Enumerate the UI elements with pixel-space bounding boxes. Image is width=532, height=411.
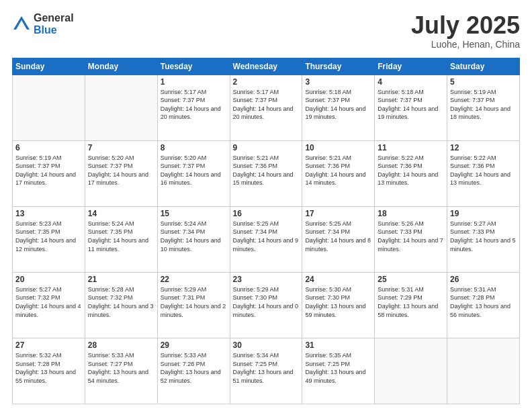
calendar-week-row: 20Sunrise: 5:27 AM Sunset: 7:32 PM Dayli… [13, 272, 520, 338]
calendar-week-row: 27Sunrise: 5:32 AM Sunset: 7:28 PM Dayli… [13, 338, 520, 404]
day-info: Sunrise: 5:25 AM Sunset: 7:34 PM Dayligh… [305, 220, 371, 253]
calendar-cell: 9Sunrise: 5:21 AM Sunset: 7:36 PM Daylig… [230, 140, 302, 206]
calendar-cell: 1Sunrise: 5:17 AM Sunset: 7:37 PM Daylig… [157, 75, 230, 140]
day-info: Sunrise: 5:18 AM Sunset: 7:37 PM Dayligh… [378, 88, 444, 122]
day-number: 24 [305, 275, 371, 284]
day-number: 27 [15, 340, 82, 350]
calendar-week-row: 1Sunrise: 5:17 AM Sunset: 7:37 PM Daylig… [13, 75, 520, 140]
calendar-cell: 13Sunrise: 5:23 AM Sunset: 7:35 PM Dayli… [13, 206, 85, 272]
calendar-page: General Blue July 2025 Luohe, Henan, Chi… [0, 0, 532, 411]
day-info: Sunrise: 5:28 AM Sunset: 7:32 PM Dayligh… [88, 285, 154, 319]
calendar-cell: 4Sunrise: 5:18 AM Sunset: 7:37 PM Daylig… [375, 75, 447, 140]
calendar-cell: 30Sunrise: 5:34 AM Sunset: 7:25 PM Dayli… [230, 338, 302, 404]
title-block: July 2025 Luohe, Henan, China [411, 12, 520, 50]
day-number: 22 [161, 275, 227, 284]
day-number: 2 [233, 77, 300, 87]
day-number: 20 [15, 275, 82, 284]
calendar-cell: 31Sunrise: 5:35 AM Sunset: 7:25 PM Dayli… [302, 338, 375, 404]
calendar-cell: 15Sunrise: 5:24 AM Sunset: 7:34 PM Dayli… [157, 206, 230, 272]
day-number: 18 [378, 209, 444, 218]
day-number: 23 [233, 275, 300, 284]
day-info: Sunrise: 5:23 AM Sunset: 7:35 PM Dayligh… [15, 220, 82, 253]
calendar-week-row: 13Sunrise: 5:23 AM Sunset: 7:35 PM Dayli… [13, 206, 520, 272]
weekday-header: Friday [375, 58, 447, 75]
day-info: Sunrise: 5:20 AM Sunset: 7:37 PM Dayligh… [88, 154, 154, 187]
calendar-cell [375, 338, 447, 404]
day-info: Sunrise: 5:22 AM Sunset: 7:36 PM Dayligh… [378, 154, 444, 187]
day-info: Sunrise: 5:31 AM Sunset: 7:28 PM Dayligh… [450, 285, 517, 319]
day-number: 21 [88, 275, 154, 284]
day-info: Sunrise: 5:22 AM Sunset: 7:36 PM Dayligh… [450, 154, 517, 187]
calendar-cell: 23Sunrise: 5:29 AM Sunset: 7:30 PM Dayli… [230, 272, 302, 338]
logo-icon [12, 15, 31, 34]
calendar-cell: 20Sunrise: 5:27 AM Sunset: 7:32 PM Dayli… [13, 272, 85, 338]
calendar-cell [447, 338, 520, 404]
day-info: Sunrise: 5:34 AM Sunset: 7:25 PM Dayligh… [233, 351, 300, 385]
calendar-cell: 3Sunrise: 5:18 AM Sunset: 7:37 PM Daylig… [302, 75, 375, 140]
day-number: 30 [233, 340, 300, 350]
calendar-cell: 21Sunrise: 5:28 AM Sunset: 7:32 PM Dayli… [85, 272, 157, 338]
calendar-cell: 2Sunrise: 5:17 AM Sunset: 7:37 PM Daylig… [230, 75, 302, 140]
day-number: 31 [305, 340, 371, 350]
day-number: 1 [161, 77, 227, 87]
day-info: Sunrise: 5:25 AM Sunset: 7:34 PM Dayligh… [233, 220, 300, 253]
day-number: 17 [305, 209, 371, 218]
day-number: 26 [450, 275, 517, 284]
day-info: Sunrise: 5:31 AM Sunset: 7:29 PM Dayligh… [378, 285, 444, 319]
weekday-header: Thursday [302, 58, 375, 75]
calendar-cell: 17Sunrise: 5:25 AM Sunset: 7:34 PM Dayli… [302, 206, 375, 272]
day-info: Sunrise: 5:33 AM Sunset: 7:26 PM Dayligh… [161, 351, 227, 385]
day-info: Sunrise: 5:35 AM Sunset: 7:25 PM Dayligh… [305, 351, 371, 385]
day-info: Sunrise: 5:33 AM Sunset: 7:27 PM Dayligh… [88, 351, 154, 385]
calendar-cell: 19Sunrise: 5:27 AM Sunset: 7:33 PM Dayli… [447, 206, 520, 272]
day-number: 9 [233, 143, 300, 152]
logo: General Blue [12, 12, 74, 36]
calendar-cell: 10Sunrise: 5:21 AM Sunset: 7:36 PM Dayli… [302, 140, 375, 206]
calendar-week-row: 6Sunrise: 5:19 AM Sunset: 7:37 PM Daylig… [13, 140, 520, 206]
calendar-cell: 29Sunrise: 5:33 AM Sunset: 7:26 PM Dayli… [157, 338, 230, 404]
calendar-cell: 12Sunrise: 5:22 AM Sunset: 7:36 PM Dayli… [447, 140, 520, 206]
day-number: 28 [88, 340, 154, 350]
calendar-cell: 8Sunrise: 5:20 AM Sunset: 7:37 PM Daylig… [157, 140, 230, 206]
calendar-cell: 7Sunrise: 5:20 AM Sunset: 7:37 PM Daylig… [85, 140, 157, 206]
day-number: 11 [378, 143, 444, 152]
day-info: Sunrise: 5:32 AM Sunset: 7:28 PM Dayligh… [15, 351, 82, 385]
day-number: 15 [161, 209, 227, 218]
day-info: Sunrise: 5:29 AM Sunset: 7:30 PM Dayligh… [233, 285, 300, 319]
day-number: 7 [88, 143, 154, 152]
month-title: July 2025 [411, 12, 520, 39]
day-info: Sunrise: 5:30 AM Sunset: 7:30 PM Dayligh… [305, 285, 371, 319]
logo-blue: Blue [34, 24, 74, 36]
day-number: 3 [305, 77, 371, 87]
day-info: Sunrise: 5:20 AM Sunset: 7:37 PM Dayligh… [161, 154, 227, 187]
calendar-cell [13, 75, 85, 140]
header: General Blue July 2025 Luohe, Henan, Chi… [12, 12, 520, 50]
day-number: 19 [450, 209, 517, 218]
weekday-header: Monday [85, 58, 157, 75]
calendar-cell: 24Sunrise: 5:30 AM Sunset: 7:30 PM Dayli… [302, 272, 375, 338]
day-info: Sunrise: 5:27 AM Sunset: 7:33 PM Dayligh… [450, 220, 517, 253]
day-number: 25 [378, 275, 444, 284]
day-number: 16 [233, 209, 300, 218]
calendar-cell: 5Sunrise: 5:19 AM Sunset: 7:37 PM Daylig… [447, 75, 520, 140]
day-info: Sunrise: 5:21 AM Sunset: 7:36 PM Dayligh… [233, 154, 300, 187]
calendar-cell: 16Sunrise: 5:25 AM Sunset: 7:34 PM Dayli… [230, 206, 302, 272]
calendar-cell [85, 75, 157, 140]
day-info: Sunrise: 5:24 AM Sunset: 7:34 PM Dayligh… [161, 220, 227, 253]
calendar-cell: 28Sunrise: 5:33 AM Sunset: 7:27 PM Dayli… [85, 338, 157, 404]
weekday-header: Sunday [13, 58, 85, 75]
calendar-cell: 26Sunrise: 5:31 AM Sunset: 7:28 PM Dayli… [447, 272, 520, 338]
day-info: Sunrise: 5:17 AM Sunset: 7:37 PM Dayligh… [161, 88, 227, 122]
calendar-cell: 18Sunrise: 5:26 AM Sunset: 7:33 PM Dayli… [375, 206, 447, 272]
day-number: 8 [161, 143, 227, 152]
day-info: Sunrise: 5:18 AM Sunset: 7:37 PM Dayligh… [305, 88, 371, 122]
day-number: 13 [15, 209, 82, 218]
weekday-header-row: SundayMondayTuesdayWednesdayThursdayFrid… [13, 58, 520, 75]
logo-general: General [34, 12, 74, 24]
weekday-header: Wednesday [230, 58, 302, 75]
day-info: Sunrise: 5:17 AM Sunset: 7:37 PM Dayligh… [233, 88, 300, 122]
day-number: 6 [15, 143, 82, 152]
day-info: Sunrise: 5:19 AM Sunset: 7:37 PM Dayligh… [450, 88, 517, 122]
calendar-table: SundayMondayTuesdayWednesdayThursdayFrid… [12, 58, 520, 404]
day-number: 12 [450, 143, 517, 152]
